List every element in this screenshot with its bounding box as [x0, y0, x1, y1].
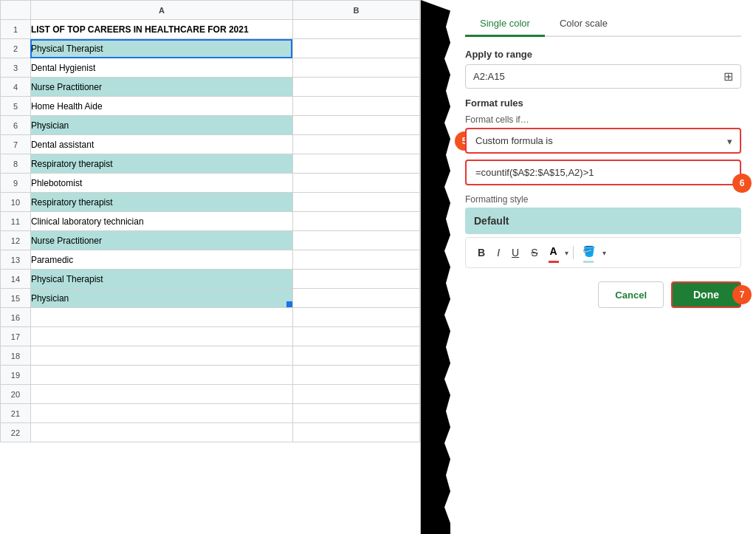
cell-b[interactable]	[292, 58, 419, 78]
cell-b[interactable]	[292, 20, 419, 39]
cell-a[interactable]: Physical Therapist	[30, 270, 292, 289]
cell-b[interactable]	[292, 250, 419, 270]
cell-b[interactable]	[292, 346, 419, 366]
range-input[interactable]	[473, 71, 724, 82]
cell-a[interactable]: Physician	[30, 116, 292, 135]
sheet-table: A B 1LIST OF TOP CAREERS IN HEALTHCARE F…	[0, 0, 420, 442]
cell-a[interactable]	[30, 346, 292, 366]
format-rules-section: Format rules Format cells if… 5 Custom f…	[465, 97, 741, 185]
table-row: 14Physical Therapist	[1, 270, 420, 289]
cell-b[interactable]	[292, 97, 419, 116]
cell-a[interactable]: Respiratory therapist	[30, 193, 292, 212]
font-color-chevron[interactable]: ▾	[565, 249, 568, 257]
col-b-header[interactable]: B	[292, 1, 419, 20]
table-row: 1LIST OF TOP CAREERS IN HEALTHCARE FOR 2…	[1, 20, 420, 39]
font-color-button[interactable]: A	[545, 242, 561, 263]
table-row: 20	[1, 385, 420, 404]
row-number: 15	[1, 289, 31, 308]
table-row: 11Clinical laboratory technician	[1, 212, 420, 231]
cell-b[interactable]	[292, 366, 419, 385]
badge-7: 7	[732, 285, 752, 304]
cell-a[interactable]: Physician	[30, 289, 292, 308]
cell-b[interactable]	[292, 327, 419, 346]
badge-6: 6	[732, 174, 752, 193]
cell-b[interactable]	[292, 270, 419, 289]
table-row: 3Dental Hygienist	[1, 58, 420, 78]
fill-color-chevron[interactable]: ▾	[602, 249, 606, 257]
cell-a[interactable]: Dental Hygienist	[30, 58, 292, 78]
row-number: 21	[1, 404, 31, 423]
cell-a[interactable]	[30, 385, 292, 404]
italic-button[interactable]: I	[492, 244, 504, 261]
table-row: 4Nurse Practitioner	[1, 78, 420, 97]
cell-b[interactable]	[292, 193, 419, 212]
table-row: 12Nurse Practitioner	[1, 231, 420, 250]
cell-a[interactable]: Phlebotomist	[30, 174, 292, 193]
cell-b[interactable]	[292, 174, 419, 193]
cell-a[interactable]	[30, 404, 292, 423]
table-row: 2Physical Therapist	[1, 39, 420, 58]
row-number: 16	[1, 308, 31, 327]
cell-b[interactable]	[292, 212, 419, 231]
underline-button[interactable]: U	[507, 244, 523, 261]
cell-a[interactable]: Nurse Practitioner	[30, 231, 292, 250]
cell-a[interactable]: Clinical laboratory technician	[30, 212, 292, 231]
grid-icon[interactable]: ⊞	[724, 69, 733, 83]
row-number: 4	[1, 78, 31, 97]
row-number: 20	[1, 385, 31, 404]
style-default-box: Default	[465, 208, 741, 234]
cell-a[interactable]: Dental assistant	[30, 135, 292, 154]
cell-b[interactable]	[292, 78, 419, 97]
cell-b[interactable]	[292, 423, 419, 442]
row-number: 5	[1, 97, 31, 116]
cancel-button[interactable]: Cancel	[598, 281, 664, 308]
cell-b[interactable]	[292, 404, 419, 423]
fill-color-button[interactable]: 🪣	[578, 242, 599, 263]
torn-divider	[421, 0, 450, 534]
tab-single-color[interactable]: Single color	[465, 12, 545, 37]
cell-b[interactable]	[292, 385, 419, 404]
cell-a[interactable]: Nurse Practitioner	[30, 78, 292, 97]
cell-a[interactable]	[30, 327, 292, 346]
format-rules-label: Format rules	[465, 97, 741, 109]
apply-to-range-section: Apply to range ⊞	[465, 49, 741, 89]
cell-a[interactable]: Paramedic	[30, 250, 292, 270]
dropdown-container: 5 Custom formula is	[465, 128, 741, 154]
row-number: 10	[1, 193, 31, 212]
cell-a[interactable]	[30, 366, 292, 385]
cell-b[interactable]	[292, 39, 419, 58]
buttons-row: Cancel Done 7	[465, 281, 741, 308]
range-row: ⊞	[465, 64, 741, 89]
cell-a[interactable]: Physical Therapist	[30, 39, 292, 58]
bold-button[interactable]: B	[473, 244, 489, 261]
table-row: 9Phlebotomist	[1, 174, 420, 193]
cell-b[interactable]	[292, 135, 419, 154]
cell-a[interactable]: Respiratory therapist	[30, 154, 292, 174]
cell-b[interactable]	[292, 154, 419, 174]
cell-a[interactable]	[30, 308, 292, 327]
cell-b[interactable]	[292, 116, 419, 135]
formula-container: 6	[465, 160, 741, 185]
cell-b[interactable]	[292, 289, 419, 308]
cell-a[interactable]	[30, 423, 292, 442]
cell-a[interactable]: LIST OF TOP CAREERS IN HEALTHCARE FOR 20…	[30, 20, 292, 39]
tab-color-scale[interactable]: Color scale	[545, 12, 622, 37]
toolbar-divider	[573, 246, 574, 259]
col-a-header[interactable]: A	[30, 1, 292, 20]
table-row: 22	[1, 423, 420, 442]
strikethrough-button[interactable]: S	[526, 244, 542, 261]
cell-a[interactable]: Home Health Aide	[30, 97, 292, 116]
row-number: 13	[1, 250, 31, 270]
row-number: 11	[1, 212, 31, 231]
right-panel: Single color Color scale Apply to range …	[450, 0, 756, 534]
format-rule-dropdown[interactable]: Custom formula is	[465, 128, 741, 154]
cell-b[interactable]	[292, 231, 419, 250]
cell-b[interactable]	[292, 308, 419, 327]
apply-to-range-label: Apply to range	[465, 49, 741, 60]
row-number: 18	[1, 346, 31, 366]
done-button[interactable]: Done	[671, 281, 741, 308]
format-toolbar: B I U S A ▾ 🪣 ▾	[465, 237, 741, 268]
formula-input[interactable]	[465, 160, 741, 185]
tabs-row: Single color Color scale	[465, 12, 741, 37]
row-number: 3	[1, 58, 31, 78]
